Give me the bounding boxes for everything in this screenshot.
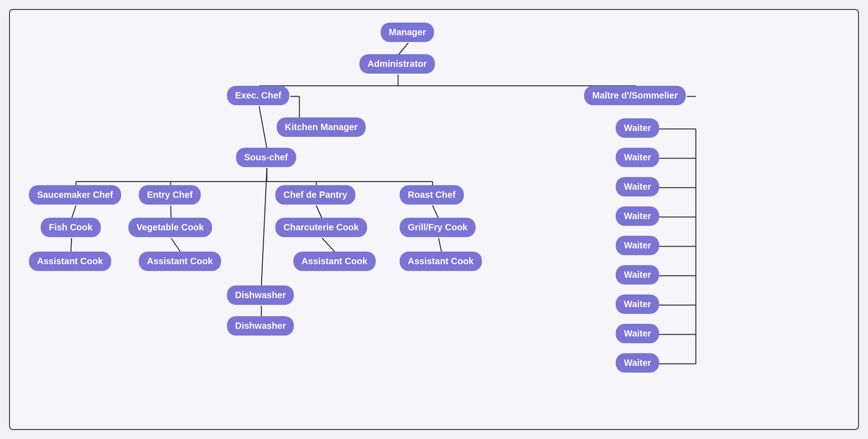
node-chef_de_pantry: Chef de Pantry xyxy=(275,185,355,205)
svg-line-21 xyxy=(433,205,439,219)
svg-line-17 xyxy=(171,205,171,219)
svg-line-20 xyxy=(322,238,335,252)
node-assistant_cook1: Assistant Cook xyxy=(29,252,111,271)
node-charcuterie_cook: Charcuterie Cook xyxy=(275,218,367,237)
svg-line-18 xyxy=(171,238,180,252)
node-entry_chef: Entry Chef xyxy=(139,185,201,205)
node-maitre: Maître d'/Sommelier xyxy=(584,86,686,105)
node-assistant_cook3: Assistant Cook xyxy=(293,252,376,271)
node-waiter7: Waiter xyxy=(616,294,659,314)
org-chart: ManagerAdministratorExec. ChefKitchen Ma… xyxy=(9,9,859,430)
svg-line-16 xyxy=(71,238,72,252)
node-sous_chef: Sous-chef xyxy=(236,148,296,167)
node-fish_cook: Fish Cook xyxy=(41,218,101,237)
node-saucemaker: Saucemaker Chef xyxy=(29,185,121,205)
node-waiter1: Waiter xyxy=(616,118,659,138)
svg-line-8 xyxy=(259,106,267,149)
node-vegetable_cook: Vegetable Cook xyxy=(128,218,212,237)
node-assistant_cook2: Assistant Cook xyxy=(139,252,221,271)
node-manager: Manager xyxy=(381,23,434,42)
node-assistant_cook4: Assistant Cook xyxy=(400,252,482,271)
node-exec_chef: Exec. Chef xyxy=(227,86,289,105)
svg-line-23 xyxy=(261,168,267,286)
node-waiter6: Waiter xyxy=(616,265,659,285)
node-dishwasher2: Dishwasher xyxy=(227,316,294,336)
node-waiter2: Waiter xyxy=(616,148,659,167)
node-waiter9: Waiter xyxy=(616,353,659,373)
svg-line-22 xyxy=(439,238,442,252)
svg-line-15 xyxy=(71,205,76,219)
node-grill_fry_cook: Grill/Fry Cook xyxy=(400,218,476,237)
node-waiter3: Waiter xyxy=(616,177,659,196)
node-dishwasher1: Dishwasher xyxy=(227,285,294,305)
node-waiter4: Waiter xyxy=(616,206,659,226)
node-kitchen_manager: Kitchen Manager xyxy=(277,117,366,137)
node-waiter8: Waiter xyxy=(616,324,659,343)
svg-line-0 xyxy=(398,43,409,55)
node-administrator: Administrator xyxy=(359,54,435,74)
svg-line-19 xyxy=(316,205,322,219)
node-roast_chef: Roast Chef xyxy=(400,185,464,205)
node-waiter5: Waiter xyxy=(616,236,659,255)
